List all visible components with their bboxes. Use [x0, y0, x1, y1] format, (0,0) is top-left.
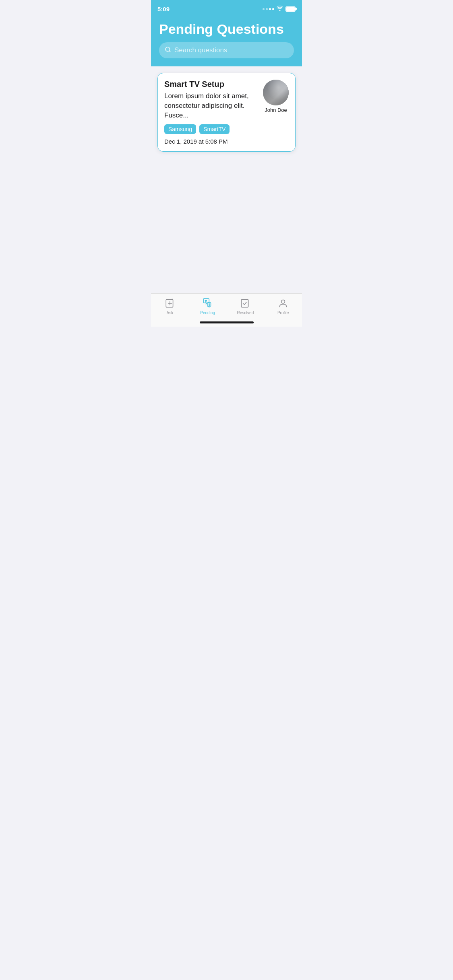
- card-date: Dec 1, 2019 at 5:08 PM: [164, 138, 289, 145]
- status-icons: [263, 6, 296, 12]
- tab-ask-label: Ask: [167, 311, 174, 315]
- tab-profile-label: Profile: [277, 311, 289, 315]
- battery-icon: [285, 6, 296, 12]
- page-title: Pending Questions: [159, 22, 294, 37]
- home-indicator: [200, 321, 254, 323]
- svg-text:!: !: [209, 303, 210, 307]
- card-tags: Samsung SmartTV: [164, 124, 289, 134]
- signal-icon: [263, 8, 274, 10]
- pending-icon: ? !: [202, 298, 213, 309]
- ask-icon: [164, 298, 176, 309]
- card-top: Smart TV Setup Lorem ipsum dolor sit ame…: [164, 80, 289, 120]
- tab-resolved[interactable]: Resolved: [227, 298, 265, 315]
- content: Smart TV Setup Lorem ipsum dolor sit ame…: [151, 66, 302, 158]
- svg-point-8: [281, 300, 285, 303]
- svg-rect-7: [242, 299, 248, 307]
- profile-icon: [277, 298, 289, 309]
- search-input[interactable]: [174, 46, 288, 54]
- tab-pending-label: Pending: [200, 311, 215, 315]
- tab-pending[interactable]: ? ! Pending: [189, 298, 227, 315]
- tag-smarttv[interactable]: SmartTV: [199, 124, 230, 134]
- card-avatar-block: John Doe: [263, 80, 289, 113]
- card-title: Smart TV Setup: [164, 80, 259, 89]
- avatar-image: [263, 80, 289, 105]
- tab-resolved-label: Resolved: [237, 311, 254, 315]
- search-bar[interactable]: [159, 42, 294, 58]
- search-icon: [165, 46, 171, 54]
- header: Pending Questions: [151, 18, 302, 66]
- wifi-icon: [277, 6, 283, 12]
- avatar: [263, 80, 289, 105]
- avatar-name: John Doe: [265, 107, 287, 113]
- resolved-icon: [240, 298, 251, 309]
- status-time: 5:09: [157, 6, 170, 12]
- card-body: Lorem ipsum dolor sit amet, consectetur …: [164, 91, 259, 120]
- tab-ask[interactable]: Ask: [151, 298, 189, 315]
- svg-text:?: ?: [205, 299, 207, 303]
- card-text-block: Smart TV Setup Lorem ipsum dolor sit ame…: [164, 80, 259, 120]
- tag-samsung[interactable]: Samsung: [164, 124, 196, 134]
- tab-profile[interactable]: Profile: [264, 298, 302, 315]
- question-card[interactable]: Smart TV Setup Lorem ipsum dolor sit ame…: [157, 73, 296, 151]
- status-bar: 5:09: [151, 0, 302, 18]
- svg-line-1: [169, 51, 170, 52]
